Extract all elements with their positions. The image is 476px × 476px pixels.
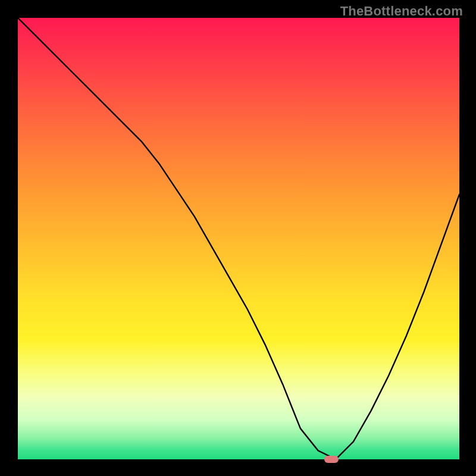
plot-area: [18, 18, 459, 459]
watermark-text: TheBottleneck.com: [340, 4, 463, 19]
chart-frame: TheBottleneck.com: [0, 0, 476, 476]
